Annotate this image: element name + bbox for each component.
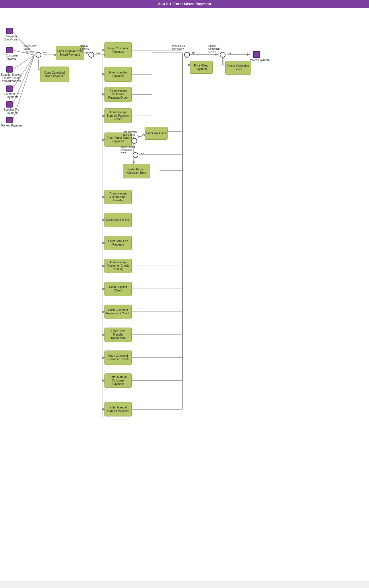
process-ack-customer-check[interactable]: Acknowledge Customer Check Cashing <box>104 259 132 273</box>
start-supplier-prepayments <box>6 101 13 108</box>
process-check-collection-level[interactable]: Check Collection Level <box>225 61 251 75</box>
process-period-alloc[interactable]: Enter Period Allocation Rule <box>123 164 150 178</box>
process-print-mixed[interactable]: Print Mixed Payment <box>190 61 213 74</box>
yes-label-2: Yes <box>137 135 142 138</box>
label-gateway-period: Enter PeriodAllocationRule? <box>121 145 135 154</box>
start-customer-prepayments <box>6 85 13 92</box>
gateway-print-mixed <box>183 51 191 59</box>
end-mixed-payment <box>253 51 260 58</box>
label-end-mixed: Mixed Payment <box>250 59 270 62</box>
process-manual-supplier[interactable]: Enter Manual Supplier Payment <box>104 402 132 416</box>
process-cash-transfer[interactable]: Enter Cash Transfer Transaction <box>104 328 132 342</box>
start-parked-payment <box>6 117 13 123</box>
process-copy-cancelled-check[interactable]: Copy Canceled Customer Check <box>104 351 132 365</box>
top-bar: 2.14.2.1. Enter Mixed Payment <box>0 0 369 8</box>
process-ack-supplier-po[interactable]: Acknowledge Supplier Payment Order <box>104 108 132 123</box>
process-copy-cancelled[interactable]: Copy Cancelled Mixed Payment <box>40 67 69 82</box>
start-supplier-invoice <box>6 66 13 73</box>
gateway-check-collection <box>219 51 227 59</box>
label-payment-specification: Payment Specification <box>1 35 23 41</box>
yes-label-1: Yes <box>43 52 47 54</box>
label-customer-prepayments: Customer Pre-Payments <box>1 92 23 99</box>
process-cash-customer-repay[interactable]: Cash Customer Repayment Check <box>104 305 132 319</box>
label-gateway-new-mixed: Enter NewMixedPayment? <box>24 44 36 53</box>
process-manual-customer[interactable]: Enter Manual Customer Payment <box>104 373 132 388</box>
start-payment-specification <box>6 28 13 34</box>
no-label-4: No <box>228 52 231 54</box>
process-supplier-payment[interactable]: Enter Supplier Payment <box>104 67 132 82</box>
no-label-1: No <box>96 52 100 54</box>
gateway-new-mixed-payment <box>34 51 42 59</box>
label-gateway-print: Print MixedPayment? <box>172 44 185 50</box>
label-customer-invoice: Customer Invoice <box>1 54 23 60</box>
process-ack-customer-po[interactable]: Acknowledge Customer Payment Order <box>104 87 132 102</box>
process-tax-lines[interactable]: Enter Tax Lines <box>145 127 168 140</box>
label-parked-payment: Parked Payment <box>1 124 23 127</box>
process-bank-fee[interactable]: Enter Bank Fee Payment <box>104 236 132 250</box>
process-cash-supplier-boe[interactable]: Cash Supplier BoE <box>104 213 132 227</box>
no-label-3: No <box>192 52 195 54</box>
label-supplier-prepayments: Supplier Pre-Payments <box>1 108 23 114</box>
label-gateway-tax: Use SeveralTax CodesPer Line? <box>123 131 137 139</box>
label-gateway-check-collection: CheckCollectionLevel? <box>208 44 220 53</box>
no-label-2: No <box>141 152 144 155</box>
gateway-manual-balance <box>87 51 95 59</box>
label-supplier-invoice: Supplier Invoice, Finally Posted and Aut… <box>0 73 23 83</box>
process-customer-payment[interactable]: Enter Customer Payment <box>104 42 132 58</box>
process-ack-customer-boe[interactable]: Acknowledge Customer BoE Transfer <box>104 190 132 204</box>
process-cash-supplier-check[interactable]: Cash Supplier Check <box>104 282 132 296</box>
start-customer-invoice <box>6 47 13 53</box>
label-gateway-manual: ManualBalance? <box>80 44 91 50</box>
